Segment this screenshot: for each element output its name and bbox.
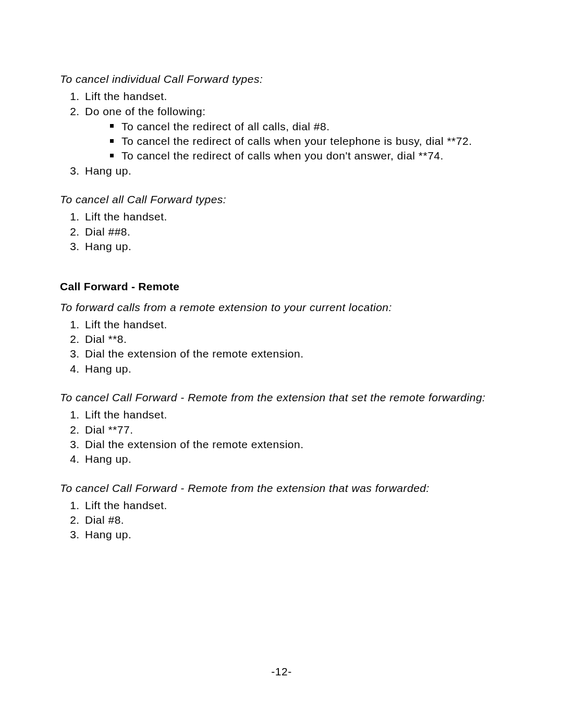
list-item: Hang up. <box>83 452 503 466</box>
bold-heading-call-forward-remote: Call Forward - Remote <box>60 279 503 293</box>
list-item: Hang up. <box>83 362 503 376</box>
list-item: Do one of the following: To cancel the r… <box>83 104 503 163</box>
list-item: Dial #8. <box>83 513 503 527</box>
document-page: To cancel individual Call Forward types:… <box>0 0 563 728</box>
list-item: Dial the extension of the remote extensi… <box>83 437 503 451</box>
list-item: Hang up. <box>83 239 503 253</box>
ordered-list: Lift the handset. Dial **8. Dial the ext… <box>60 317 503 376</box>
list-item: Dial **8. <box>83 332 503 346</box>
page-number: -12- <box>0 664 563 678</box>
section-heading: To cancel Call Forward - Remote from the… <box>60 481 503 495</box>
list-item: Hang up. <box>83 527 503 541</box>
section-heading: To cancel individual Call Forward types: <box>60 72 503 86</box>
ordered-list: Lift the handset. Dial **77. Dial the ex… <box>60 408 503 466</box>
list-item: Lift the handset. <box>83 408 503 422</box>
section-heading: To cancel all Call Forward types: <box>60 192 503 206</box>
list-item: Dial the extension of the remote extensi… <box>83 347 503 361</box>
bullet-item: To cancel the redirect of all calls, dia… <box>110 119 503 133</box>
list-item: Dial ##8. <box>83 225 503 239</box>
section-heading: To forward calls from a remote extension… <box>60 300 503 314</box>
bullet-list: To cancel the redirect of all calls, dia… <box>85 119 503 163</box>
list-item: Lift the handset. <box>83 209 503 224</box>
list-item-text: Do one of the following: <box>85 105 205 117</box>
list-item: Hang up. <box>83 164 503 178</box>
list-item: Lift the handset. <box>83 317 503 331</box>
list-item: Lift the handset. <box>83 498 503 512</box>
list-item: Lift the handset. <box>83 89 503 103</box>
ordered-list: Lift the handset. Do one of the followin… <box>60 89 503 178</box>
section-heading: To cancel Call Forward - Remote from the… <box>60 390 503 404</box>
ordered-list: Lift the handset. Dial ##8. Hang up. <box>60 209 503 253</box>
bullet-item: To cancel the redirect of calls when you… <box>110 149 503 163</box>
list-item: Dial **77. <box>83 423 503 437</box>
bullet-item: To cancel the redirect of calls when you… <box>110 134 503 148</box>
ordered-list: Lift the handset. Dial #8. Hang up. <box>60 498 503 542</box>
